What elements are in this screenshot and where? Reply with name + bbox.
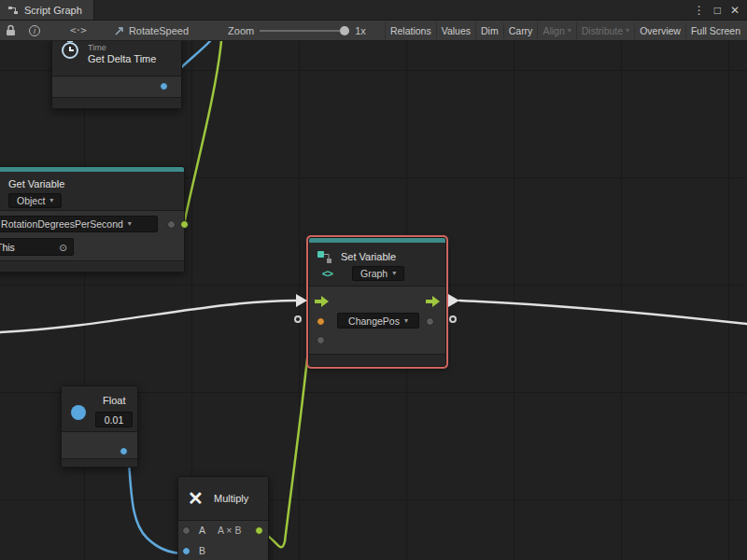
float-value-field[interactable]: 0.01 <box>95 412 133 427</box>
dropdown-value: Graph <box>360 268 388 279</box>
chevron-down-icon: ▾ <box>404 317 408 325</box>
menu-icon[interactable]: ⋮ <box>694 5 705 16</box>
flow-arrowhead-out[interactable] <box>448 294 459 307</box>
toolbar-button-relations[interactable]: Relations <box>385 22 436 39</box>
field-value: 0.01 <box>105 414 123 426</box>
flow-arrowhead-in[interactable] <box>296 294 307 307</box>
flow-output-port[interactable] <box>426 296 440 307</box>
variable-icon <box>317 249 332 264</box>
zoom-slider-track[interactable] <box>260 30 349 32</box>
variable-scope-dropdown[interactable]: Object ▾ <box>8 193 62 208</box>
button-label: Align <box>543 25 564 36</box>
port-delta-time-output[interactable] <box>160 82 168 91</box>
script-machine-icon <box>114 23 125 38</box>
button-label: Values <box>442 25 471 36</box>
toolbar-button-dim[interactable]: Dim <box>475 22 503 39</box>
operation-label: A × B <box>218 525 241 536</box>
window-controls: ⋮ □ ✕ <box>694 0 747 20</box>
field-value: This <box>0 242 15 253</box>
node-title: Float <box>103 395 125 406</box>
clock-icon <box>60 42 80 57</box>
chevron-down-icon: ▾ <box>568 27 571 35</box>
flow-input-port[interactable] <box>315 296 329 307</box>
node-title: Get Delta Time <box>88 53 156 64</box>
zoom-slider-handle[interactable] <box>340 26 349 35</box>
node-surtitle: Time <box>88 43 106 52</box>
toolbar-button-fullscreen[interactable]: Full Screen <box>685 22 745 39</box>
lock-icon[interactable] <box>6 23 16 38</box>
target-picker-icon[interactable]: ⊙ <box>59 242 67 253</box>
close-icon[interactable]: ✕ <box>730 5 740 16</box>
node-get-delta-time[interactable]: Time Get Delta Time <box>51 41 182 109</box>
chevron-down-icon: ▾ <box>626 27 629 35</box>
button-label: Overview <box>640 25 681 36</box>
edit-graph-icon[interactable]: <·> <box>70 24 86 36</box>
node-title: Multiply <box>214 493 248 504</box>
maximize-icon[interactable]: □ <box>714 5 721 16</box>
chevron-down-icon: ▾ <box>128 220 132 228</box>
port-variable-name[interactable] <box>317 317 325 326</box>
node-float[interactable]: Float 0.01 <box>61 385 138 468</box>
machine-name: RotateSpeed <box>129 25 189 36</box>
button-label: Relations <box>390 25 431 36</box>
float-icon <box>71 405 86 420</box>
port-set-variable-output[interactable] <box>426 317 434 326</box>
port-unconnected-left[interactable] <box>294 315 302 323</box>
dropdown-value: ChangePos <box>348 315 400 327</box>
node-title: Set Variable <box>341 251 396 262</box>
toolbar-button-carry[interactable]: Carry <box>503 22 538 39</box>
info-icon[interactable]: i <box>29 25 40 36</box>
wire-value-get-variable[interactable] <box>185 41 221 220</box>
multiply-icon: ✕ <box>188 489 204 508</box>
node-set-variable[interactable]: Set Variable <> Graph ▾ ChangePos ▾ <box>308 237 446 367</box>
tab-script-graph[interactable]: Script Graph <box>0 0 94 20</box>
zoom-slider[interactable] <box>260 25 349 36</box>
graph-toolbar: i <·> RotateSpeed Zoom 1x Relations <box>0 21 747 41</box>
graph-scope-icon: <> <box>322 268 332 279</box>
port-variable-name[interactable] <box>167 220 176 229</box>
toolbar-button-overview[interactable]: Overview <box>634 22 685 39</box>
port-label-b: B <box>199 545 205 556</box>
wire-control-flow-in[interactable] <box>0 301 296 332</box>
dropdown-value: Object <box>17 195 45 206</box>
zoom-label: Zoom <box>228 25 254 36</box>
chevron-down-icon: ▾ <box>392 270 396 277</box>
button-label: Carry <box>509 25 533 36</box>
wire-value-float-to-multiply[interactable] <box>128 453 184 553</box>
toolbar-button-align: Align ▾ <box>537 22 575 39</box>
script-machine-breadcrumb[interactable]: RotateSpeed <box>114 23 189 38</box>
tab-bar: Script Graph ⋮ □ ✕ <box>0 0 747 21</box>
port-value-input[interactable] <box>317 336 325 344</box>
tab-title: Script Graph <box>24 5 82 16</box>
chevron-down-icon: ▾ <box>49 197 53 204</box>
port-multiply-output[interactable] <box>255 526 263 535</box>
unity-script-graph-window: Script Graph ⋮ □ ✕ i <·> RotateSpeed <box>0 0 747 560</box>
wire-control-flow-out[interactable] <box>459 301 747 324</box>
port-float-output[interactable] <box>120 447 128 455</box>
port-get-variable-output[interactable] <box>180 220 189 229</box>
node-multiply[interactable]: ✕ Multiply A A × B B <box>177 476 269 560</box>
button-label: Full Screen <box>691 25 740 36</box>
variable-scope-dropdown[interactable]: Graph ▾ <box>352 266 404 281</box>
node-get-variable[interactable]: Get Variable Object ▾ RotationDegreesPer… <box>0 166 185 273</box>
button-label: Distribute <box>582 25 623 36</box>
toolbar-button-distribute: Distribute ▾ <box>576 22 634 39</box>
zoom-value: 1x <box>355 25 366 36</box>
toolbar-button-values[interactable]: Values <box>436 22 475 39</box>
port-multiply-b[interactable] <box>182 547 190 555</box>
variable-name-dropdown[interactable]: RotationDegreesPerSecond ▾ <box>0 216 158 232</box>
graph-canvas[interactable]: Time Get Delta Time Get Variable Object … <box>0 41 747 560</box>
dropdown-value: RotationDegreesPerSecond <box>1 218 123 230</box>
port-multiply-a[interactable] <box>182 526 190 535</box>
node-title: Get Variable <box>8 178 64 189</box>
button-label: Dim <box>481 25 499 36</box>
script-graph-icon <box>7 3 19 18</box>
variable-name-dropdown[interactable]: ChangePos ▾ <box>337 313 419 329</box>
port-unconnected-right[interactable] <box>449 315 457 323</box>
target-object-field[interactable]: This ⊙ <box>0 238 74 256</box>
port-label-a: A <box>199 525 205 536</box>
